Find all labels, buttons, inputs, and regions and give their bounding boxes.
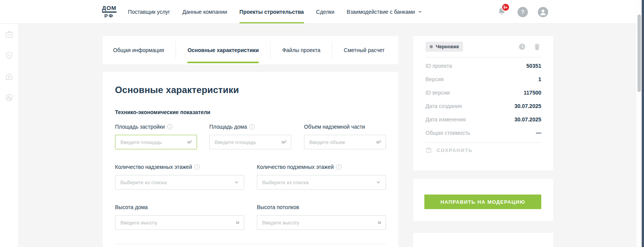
- field-label: Высота дома: [115, 204, 244, 210]
- question-icon: ?: [521, 9, 524, 15]
- nav-label: Взаимодействие с банками: [347, 9, 415, 15]
- logo-line1: ДОМ: [102, 5, 117, 13]
- profile-button[interactable]: [538, 7, 548, 17]
- tab-main-characteristics[interactable]: Основные характеристики: [176, 36, 270, 64]
- logo-line2: РФ: [102, 13, 117, 19]
- tab-estimate[interactable]: Сметный расчет: [332, 36, 396, 64]
- label-text: Объем надземной части: [304, 124, 365, 130]
- meta-value: 30.07.2025: [514, 103, 541, 109]
- notification-badge: 9+: [501, 3, 510, 11]
- main-nav: Поставщик услуг Данные компании Проекты …: [122, 0, 428, 23]
- save-label: СОХРАНИТЬ: [437, 147, 473, 153]
- trash-icon[interactable]: [533, 43, 541, 51]
- history-clock-icon[interactable]: [518, 43, 526, 51]
- header-actions: 9+ ?: [497, 0, 548, 24]
- chevron-down-icon: [376, 180, 381, 185]
- label-text: Количество подземных этажей: [257, 164, 334, 170]
- nav-label: Проекты строительства: [240, 9, 304, 15]
- meta-row-project-id: ID проекта 50351: [426, 59, 541, 72]
- nav-item-deals[interactable]: Сделки: [310, 0, 341, 23]
- house-height-field-group: Высота дома м: [115, 204, 244, 230]
- project-info-panel: Черновик ID проекта 50351 Версия 1: [413, 36, 553, 170]
- meta-value: 1: [538, 76, 541, 82]
- info-icon[interactable]: i: [336, 164, 342, 170]
- panel-actions: [518, 43, 541, 51]
- section-divider: [115, 244, 386, 244]
- info-icon[interactable]: i: [167, 124, 172, 129]
- house-heart-icon[interactable]: [5, 72, 14, 81]
- tab-label: Основные характеристики: [187, 47, 259, 53]
- chevron-down-icon: [418, 10, 422, 14]
- notifications-button[interactable]: 9+: [497, 6, 508, 18]
- house-area-input[interactable]: [210, 135, 291, 149]
- ceiling-height-input-box: м: [257, 215, 386, 230]
- build-area-input[interactable]: [115, 135, 197, 149]
- house-height-input-box: м: [115, 215, 244, 230]
- nav-item-services[interactable]: Поставщик услуг: [122, 0, 176, 23]
- tab-general-info[interactable]: Общая информация: [103, 36, 176, 64]
- field-label: Площадь дома i: [209, 124, 291, 130]
- select-placeholder: Выберите из списка: [120, 180, 167, 185]
- nav-item-bank-interaction[interactable]: Взаимодействие с банками: [340, 0, 428, 23]
- house-area-input-box: м²: [209, 135, 291, 149]
- status-label: Черновик: [436, 44, 459, 49]
- nav-label: Данные компании: [182, 9, 227, 15]
- label-text: Высота потолков: [257, 204, 299, 210]
- meta-row-modified-date: Дата изменения 30.07.2025: [426, 113, 541, 126]
- help-button[interactable]: ?: [518, 7, 528, 17]
- person-search-icon[interactable]: [5, 93, 14, 102]
- floors-above-field-group: Количество надземных этажей i Выберите и…: [115, 164, 244, 190]
- floors-below-select[interactable]: Выберите из списка: [257, 175, 386, 190]
- nav-label: Сделки: [316, 9, 335, 15]
- tab-label: Файлы проекта: [282, 47, 320, 53]
- scrollbar-thumb[interactable]: [637, 15, 641, 92]
- floors-below-field-group: Количество подземных этажей i Выберите и…: [257, 164, 386, 190]
- volume-above-input[interactable]: [304, 135, 386, 149]
- ceiling-height-input[interactable]: [257, 216, 386, 229]
- meta-label: Дата изменения: [426, 116, 466, 123]
- meta-label: ID версии: [426, 90, 450, 96]
- label-text: Количество надземных этажей: [115, 164, 192, 170]
- meta-value: —: [536, 130, 541, 136]
- label-text: Площадь дома: [209, 124, 247, 130]
- panel-divider: [426, 57, 541, 57]
- meta-row-version-id: ID версии 117500: [426, 86, 541, 99]
- main-characteristics-form: Основные характеристики Технико-экономич…: [103, 72, 398, 247]
- briefcase-icon[interactable]: [5, 30, 14, 39]
- volume-above-input-box: м³: [304, 135, 386, 149]
- browser-edge-strip: [642, 0, 644, 247]
- meta-row-total-cost: Общая стоимость —: [426, 126, 541, 139]
- label-text: Высота дома: [115, 204, 148, 210]
- meta-label: Общая стоимость: [426, 130, 470, 136]
- ceiling-height-field-group: Высота потолков м: [257, 204, 386, 230]
- chevron-down-icon: [234, 180, 239, 185]
- left-sidebar: [0, 24, 18, 247]
- nav-item-construction-projects[interactable]: Проекты строительства: [233, 0, 310, 23]
- shield-icon[interactable]: [5, 51, 14, 60]
- floors-above-select[interactable]: Выберите из списка: [115, 175, 244, 190]
- meta-row-created-date: Дата создания 30.07.2025: [426, 99, 541, 113]
- meta-value: 117500: [524, 90, 541, 96]
- panel-divider: [426, 142, 541, 143]
- page-title: Основные характеристики: [115, 85, 239, 95]
- send-to-moderation-button[interactable]: НАПРАВИТЬ НА МОДЕРАЦИЮ: [424, 195, 541, 209]
- meta-label: Версия: [426, 76, 444, 82]
- tab-label: Сметный расчет: [344, 47, 384, 53]
- house-area-field-group: Площадь дома i м²: [209, 124, 291, 149]
- meta-label: ID проекта: [426, 63, 452, 69]
- meta-value: 30.07.2025: [514, 116, 541, 123]
- house-height-input[interactable]: [115, 216, 244, 229]
- meta-row-version: Версия 1: [426, 72, 541, 86]
- bottom-card-partial: [413, 233, 553, 247]
- status-badge: Черновик: [426, 42, 463, 52]
- status-row: Черновик: [426, 42, 541, 52]
- info-icon[interactable]: i: [249, 124, 255, 129]
- volume-above-field-group: Объем надземной части м³: [304, 124, 386, 149]
- meta-value: 50351: [526, 63, 541, 69]
- save-button[interactable]: СОХРАНИТЬ: [426, 147, 473, 154]
- avatar-icon: [538, 7, 548, 17]
- tab-project-files[interactable]: Файлы проекта: [271, 36, 332, 64]
- nav-item-company-data[interactable]: Данные компании: [176, 0, 233, 23]
- domrf-logo[interactable]: ДОМ РФ: [102, 5, 117, 19]
- info-icon[interactable]: i: [194, 164, 200, 170]
